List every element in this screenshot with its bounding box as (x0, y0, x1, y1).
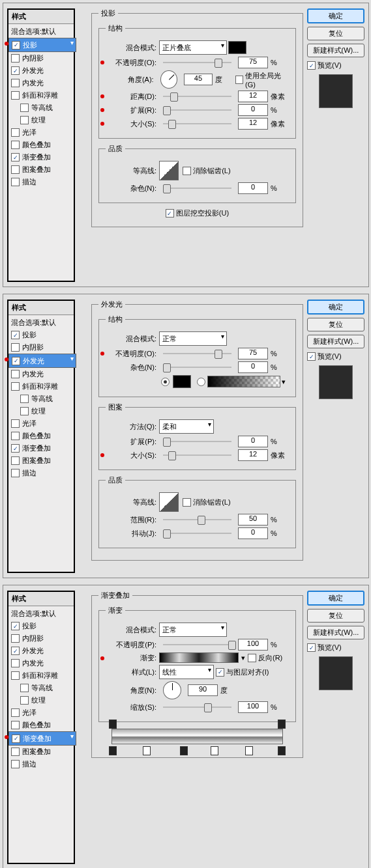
blending-options[interactable]: 混合选项:默认 (8, 25, 74, 38)
gradient-editor-bar[interactable] (111, 729, 283, 744)
blend-mode-select[interactable]: 正常 (159, 623, 227, 637)
contour-picker[interactable] (159, 161, 179, 180)
style-texture[interactable]: 纹理 (8, 405, 74, 417)
style-color-overlay[interactable]: 颜色叠加 (8, 719, 74, 731)
style-inner-glow[interactable]: 内发光 (8, 657, 74, 669)
style-stroke[interactable]: 描边 (8, 758, 74, 770)
style-stroke[interactable]: 描边 (8, 176, 74, 188)
style-gradient-overlay[interactable]: ✓渐变叠加 (8, 442, 74, 455)
style-color-overlay[interactable]: 颜色叠加 (8, 139, 74, 151)
angle-dial[interactable] (159, 677, 185, 703)
color-stop[interactable] (180, 746, 188, 755)
spread-slider[interactable] (163, 437, 231, 446)
jitter-input[interactable]: 0 (238, 527, 268, 539)
style-inner-glow[interactable]: 内发光 (8, 77, 74, 89)
knockout-checkbox[interactable]: ✓ (166, 209, 174, 217)
color-stop[interactable] (109, 746, 117, 755)
style-drop-shadow[interactable]: ✓投影 (8, 329, 74, 341)
ok-button[interactable]: 确定 (307, 591, 364, 606)
style-inner-glow[interactable]: 内发光 (8, 368, 74, 380)
contour-picker[interactable] (159, 492, 179, 512)
style-contour[interactable]: 等高线 (8, 393, 74, 405)
style-color-overlay[interactable]: 颜色叠加 (8, 430, 74, 442)
opacity-slider[interactable] (163, 640, 231, 649)
shadow-color-swatch[interactable] (228, 41, 246, 54)
range-input[interactable]: 50 (238, 514, 268, 525)
global-light-checkbox[interactable] (235, 76, 243, 84)
style-texture[interactable]: 纹理 (8, 694, 74, 707)
gradient-picker[interactable] (159, 652, 239, 663)
blend-mode-select[interactable]: 正常 (159, 331, 227, 346)
new-style-button[interactable]: 新建样式(W)... (307, 335, 364, 348)
blending-options[interactable]: 混合选项:默认 (8, 316, 74, 329)
style-contour[interactable]: 等高线 (8, 682, 74, 694)
ok-button[interactable]: 确定 (307, 300, 364, 315)
style-satin[interactable]: 光泽 (8, 707, 74, 719)
noise-slider[interactable] (163, 184, 231, 193)
opacity-stop[interactable] (278, 720, 286, 729)
style-pattern-overlay[interactable]: 图案叠加 (8, 455, 74, 467)
style-gradient-overlay[interactable]: ✓渐变叠加 (8, 731, 76, 746)
reset-button[interactable]: 复位 (307, 318, 364, 331)
technique-select[interactable]: 柔和 (159, 419, 214, 434)
angle-dial[interactable] (160, 70, 178, 89)
distance-input[interactable]: 12 (238, 91, 268, 102)
size-slider[interactable] (163, 119, 231, 128)
style-bevel[interactable]: 斜面和浮雕 (8, 380, 74, 393)
color-stop[interactable] (211, 746, 218, 755)
spread-slider[interactable] (163, 105, 231, 115)
range-slider[interactable] (163, 515, 231, 524)
color-stop[interactable] (245, 746, 253, 755)
size-input[interactable]: 12 (238, 449, 268, 461)
gradient-radio[interactable] (197, 378, 205, 386)
opacity-slider[interactable] (163, 349, 231, 358)
opacity-input[interactable]: 100 (238, 639, 268, 651)
style-outer-glow[interactable]: ✓外发光 (8, 354, 76, 368)
noise-slider[interactable] (163, 363, 231, 372)
color-stop[interactable] (278, 746, 286, 755)
reset-button[interactable]: 复位 (307, 27, 364, 40)
glow-gradient-picker[interactable] (207, 376, 280, 387)
reverse-checkbox[interactable] (248, 654, 256, 662)
style-pattern-overlay[interactable]: 图案叠加 (8, 163, 74, 176)
angle-input[interactable]: 45 (184, 74, 213, 85)
size-slider[interactable] (163, 451, 231, 460)
jitter-slider[interactable] (163, 529, 231, 538)
align-checkbox[interactable]: ✓ (216, 668, 224, 677)
style-texture[interactable]: 纹理 (8, 114, 74, 126)
style-inner-shadow[interactable]: 内阴影 (8, 52, 74, 64)
preview-checkbox[interactable]: ✓ (307, 61, 316, 70)
new-style-button[interactable]: 新建样式(W)... (307, 626, 364, 639)
new-style-button[interactable]: 新建样式(W)... (307, 44, 364, 57)
antialias-checkbox[interactable] (183, 498, 191, 507)
scale-input[interactable]: 100 (238, 701, 268, 713)
opacity-input[interactable]: 75 (238, 348, 268, 359)
style-pattern-overlay[interactable]: 图案叠加 (8, 746, 74, 758)
reset-button[interactable]: 复位 (307, 609, 364, 623)
ok-button[interactable]: 确定 (307, 8, 364, 23)
preview-checkbox[interactable]: ✓ (307, 643, 316, 652)
spread-input[interactable]: 0 (238, 104, 268, 116)
style-drop-shadow[interactable]: ✓投影 (8, 38, 76, 52)
style-contour[interactable]: 等高线 (8, 102, 74, 114)
blend-mode-select[interactable]: 正片叠底 (159, 40, 227, 55)
noise-input[interactable]: 0 (238, 361, 268, 373)
noise-input[interactable]: 0 (238, 182, 268, 194)
style-bevel[interactable]: 斜面和浮雕 (8, 89, 74, 102)
distance-slider[interactable] (163, 92, 231, 101)
gradient-style-select[interactable]: 线性 (159, 665, 214, 679)
color-stop[interactable] (143, 746, 151, 755)
style-drop-shadow[interactable]: ✓投影 (8, 620, 74, 632)
scale-slider[interactable] (163, 703, 231, 712)
style-bevel[interactable]: 斜面和浮雕 (8, 669, 74, 682)
opacity-slider[interactable] (163, 58, 231, 67)
preview-checkbox[interactable]: ✓ (307, 352, 316, 361)
blending-options[interactable]: 混合选项:默认 (8, 608, 74, 620)
antialias-checkbox[interactable] (183, 167, 191, 175)
angle-input[interactable]: 90 (188, 684, 218, 696)
style-satin[interactable]: 光泽 (8, 417, 74, 430)
style-outer-glow[interactable]: ✓外发光 (8, 645, 74, 657)
style-inner-shadow[interactable]: 内阴影 (8, 632, 74, 645)
opacity-stop[interactable] (109, 720, 117, 729)
style-inner-shadow[interactable]: 内阴影 (8, 341, 74, 354)
